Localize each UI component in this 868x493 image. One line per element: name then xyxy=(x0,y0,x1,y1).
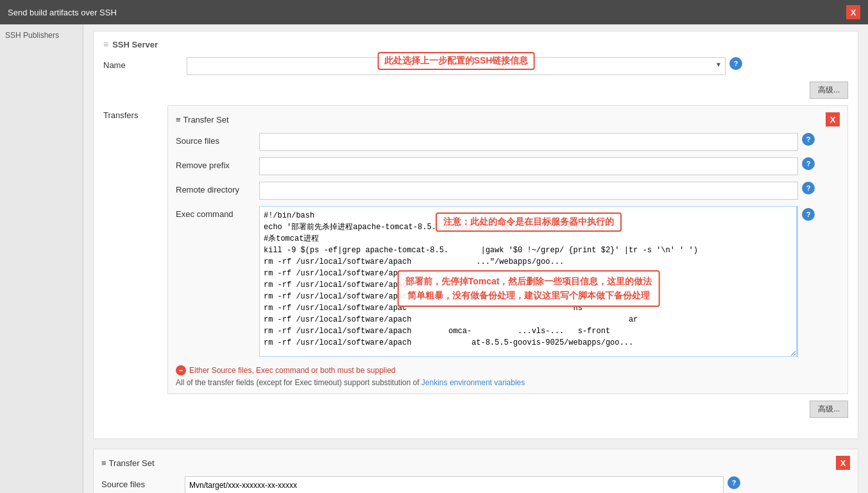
exec-command-help-icon[interactable]: ? xyxy=(802,208,815,221)
exec-command-control: #!/bin/bash echo '部署前先杀掉进程apache-tomcat-… xyxy=(259,206,840,359)
bottom-transfer-set-title-row: ≡ Transfer Set xyxy=(101,458,155,468)
title-bar: Send build artifacts over SSH X xyxy=(0,0,868,24)
remove-prefix-row: Remove prefix ? xyxy=(176,157,840,175)
window-title: Send build artifacts over SSH xyxy=(8,8,117,17)
remote-directory-control: ? xyxy=(259,182,840,200)
name-field-row: Name 此处选择上一步配置的SSH链接信息 ? xyxy=(103,57,848,75)
exec-command-row: Exec command #!/bin/bash echo '部署前先杀掉进程a… xyxy=(176,206,840,359)
remove-prefix-label: Remove prefix xyxy=(176,157,259,170)
remote-directory-row: Remote directory ? xyxy=(176,182,840,200)
bottom-source-files-help-icon[interactable]: ? xyxy=(728,476,740,489)
transfers-row: Transfers ≡ Transfer Set X xyxy=(103,105,848,424)
advanced-button-bottom[interactable]: 高级... xyxy=(810,401,848,418)
remote-directory-help-icon[interactable]: ? xyxy=(802,182,815,195)
transfers-label: Transfers xyxy=(103,105,167,120)
advanced-btn-row-bottom: 高级... xyxy=(167,401,848,418)
transfer-set-box: ≡ Transfer Set X Source files ? xyxy=(167,105,848,394)
exec-command-textarea[interactable]: #!/bin/bash echo '部署前先杀掉进程apache-tomcat-… xyxy=(259,206,798,357)
name-select-wrapper: 此处选择上一步配置的SSH链接信息 xyxy=(187,57,726,75)
jenkins-env-vars-link[interactable]: Jenkins environment variables xyxy=(421,378,525,387)
error-message: − Either Source files, Exec command or b… xyxy=(176,365,840,376)
bottom-drag-handle: ≡ xyxy=(101,458,106,468)
ssh-server-title: SSH Server xyxy=(112,40,158,49)
transfer-set-header: ≡ Transfer Set X xyxy=(176,112,840,126)
transfer-set-title-row: ≡ Transfer Set xyxy=(176,115,229,125)
transfer-drag-handle: ≡ xyxy=(176,115,181,125)
ssh-server-header: ≡ SSH Server xyxy=(103,39,848,49)
remove-prefix-control: ? xyxy=(259,157,840,175)
bottom-transfer-set-header: ≡ Transfer Set X xyxy=(101,456,850,470)
remote-directory-input[interactable] xyxy=(259,182,798,200)
error-icon: − xyxy=(176,365,186,376)
info-text-content: All of the transfer fields (except for E… xyxy=(176,378,420,387)
info-text: All of the transfer fields (except for E… xyxy=(176,378,840,387)
main-content: SSH Publishers ≡ SSH Server Name xyxy=(0,24,868,493)
delete-transfer-button[interactable]: X xyxy=(826,112,840,126)
bottom-transfer-set: ≡ Transfer Set X Source files ? xyxy=(93,449,858,493)
remove-prefix-help-icon[interactable]: ? xyxy=(802,157,815,170)
name-help-icon[interactable]: ? xyxy=(729,57,742,70)
bottom-source-files-label: Source files xyxy=(101,476,185,489)
sidebar: SSH Publishers xyxy=(0,24,83,493)
source-files-label: Source files xyxy=(176,133,259,146)
delete-transfer-button-2[interactable]: X xyxy=(836,456,850,470)
bottom-source-files-control: ? xyxy=(185,476,850,493)
source-files-input[interactable] xyxy=(259,133,798,151)
content-area: ≡ SSH Server Name 此处选择上一步配置的SSH链接信息 ? xyxy=(83,24,868,493)
bottom-source-files-input[interactable] xyxy=(185,476,724,493)
name-field-control: 此处选择上一步配置的SSH链接信息 ? xyxy=(187,57,848,75)
exec-command-label: Exec command xyxy=(176,206,259,219)
bottom-source-files-row: Source files ? xyxy=(101,476,850,493)
source-files-help-icon[interactable]: ? xyxy=(802,133,815,146)
advanced-btn-row-top: 高级... xyxy=(103,82,848,99)
exec-textarea-wrapper: #!/bin/bash echo '部署前先杀掉进程apache-tomcat-… xyxy=(259,206,798,359)
window: Send build artifacts over SSH X SSH Publ… xyxy=(0,0,868,493)
ssh-server-section: ≡ SSH Server Name 此处选择上一步配置的SSH链接信息 ? xyxy=(93,31,858,439)
error-text: Either Source files, Exec command or bot… xyxy=(189,366,396,375)
transfers-content: ≡ Transfer Set X Source files ? xyxy=(167,105,848,424)
sidebar-label: SSH Publishers xyxy=(5,31,59,40)
transfer-set-title: Transfer Set xyxy=(183,115,229,125)
source-files-control: ? xyxy=(259,133,840,151)
window-close-button[interactable]: X xyxy=(846,5,860,19)
name-select[interactable] xyxy=(187,57,726,75)
source-files-row: Source files ? xyxy=(176,133,840,151)
bottom-transfer-set-title: Transfer Set xyxy=(109,458,155,468)
remote-directory-label: Remote directory xyxy=(176,182,259,195)
name-label: Name xyxy=(103,57,187,70)
remove-prefix-input[interactable] xyxy=(259,157,798,175)
drag-handle-icon: ≡ xyxy=(103,39,108,49)
advanced-button-top[interactable]: 高级... xyxy=(810,82,848,99)
